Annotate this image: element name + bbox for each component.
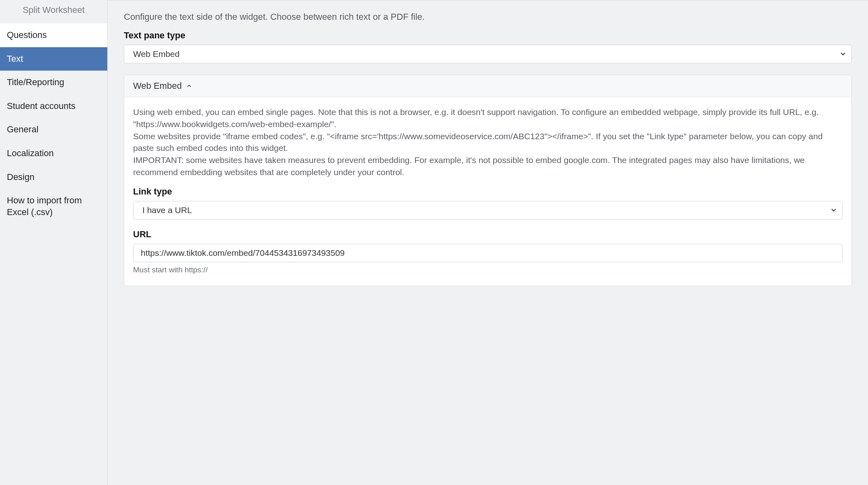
url-input[interactable]: [133, 244, 843, 262]
sidebar-item-label: Title/Reporting: [7, 77, 64, 87]
chevron-up-icon: [187, 84, 192, 88]
chevron-down-icon: [831, 207, 837, 213]
url-hint: Must start with https://: [133, 265, 843, 274]
sidebar-item-general[interactable]: General: [0, 118, 107, 142]
panel-title: Web Embed: [133, 81, 182, 91]
web-embed-panel-body: Using web embed, you can embed single pa…: [124, 97, 851, 286]
web-embed-panel-header[interactable]: Web Embed: [124, 75, 851, 97]
web-embed-panel: Web Embed Using web embed, you can embed…: [124, 75, 852, 286]
link-type-label: Link type: [133, 186, 843, 197]
select-value: I have a URL: [142, 205, 192, 215]
main-content: Configure the text side of the widget. C…: [108, 0, 868, 485]
sidebar-item-label: Design: [7, 172, 34, 182]
select-value: Web Embed: [133, 49, 179, 59]
sidebar-item-import-excel[interactable]: How to import from Excel (.csv): [0, 189, 107, 224]
sidebar: Split Worksheet Questions Text Title/Rep…: [0, 0, 108, 485]
sidebar-item-label: Text: [7, 54, 23, 64]
sidebar-item-localization[interactable]: Localization: [0, 142, 107, 165]
sidebar-title: Split Worksheet: [0, 0, 107, 23]
sidebar-item-student-accounts[interactable]: Student accounts: [0, 94, 107, 118]
link-type-select[interactable]: I have a URL: [133, 201, 843, 220]
text-pane-type-select[interactable]: Web Embed: [124, 45, 852, 63]
intro-text: Configure the text side of the widget. C…: [124, 12, 852, 22]
chevron-down-icon: [840, 51, 846, 57]
sidebar-item-label: Questions: [7, 30, 47, 40]
sidebar-item-label: Localization: [7, 148, 54, 158]
sidebar-item-title-reporting[interactable]: Title/Reporting: [0, 71, 107, 94]
sidebar-item-label: Student accounts: [7, 101, 75, 111]
text-pane-type-label: Text pane type: [124, 30, 852, 41]
sidebar-item-design[interactable]: Design: [0, 165, 107, 189]
sidebar-list: Questions Text Title/Reporting Student a…: [0, 23, 107, 224]
sidebar-item-questions[interactable]: Questions: [0, 23, 107, 47]
url-label: URL: [133, 229, 843, 240]
sidebar-item-label: General: [7, 124, 38, 134]
sidebar-item-label: How to import from Excel (.csv): [7, 195, 82, 217]
sidebar-item-text[interactable]: Text: [0, 47, 107, 71]
web-embed-help-text: Using web embed, you can embed single pa…: [133, 106, 843, 178]
